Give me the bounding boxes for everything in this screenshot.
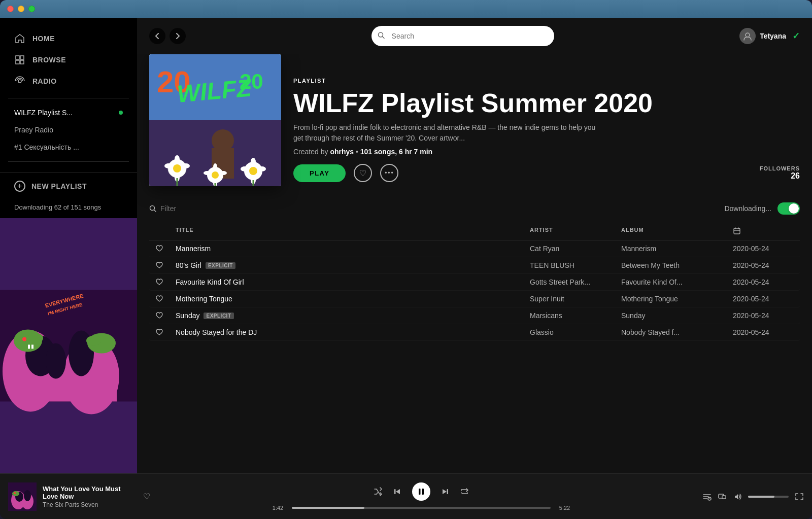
track-like-button[interactable] — [155, 328, 176, 336]
username-label: Tetyana — [760, 32, 786, 40]
track-title-cell: Nobody Stayed for the DJ — [176, 328, 530, 336]
track-row[interactable]: Nobody Stayed for the DJGlassioNobody St… — [149, 324, 800, 341]
sidebar-radio-label: Radio — [32, 77, 57, 85]
radio-icon — [14, 76, 25, 87]
sidebar-album-art: EVERYWHERE I'M RIGHT HERE — [0, 218, 137, 473]
svg-point-45 — [241, 166, 249, 171]
track-title: Sunday — [176, 312, 199, 320]
track-title: Mothering Tongue — [176, 295, 232, 303]
sidebar-divider-2 — [8, 161, 129, 162]
track-row[interactable]: MannerismCat RyanMannerism2020-05-24 — [149, 240, 800, 257]
sidebar-item-home[interactable]: Home — [8, 28, 129, 49]
download-status-text: Downloading 62 of 151 songs — [0, 197, 137, 218]
playlist-name-praey: Praey Radio — [14, 126, 53, 134]
svg-rect-16 — [31, 345, 33, 349]
svg-point-70 — [724, 496, 724, 497]
svg-point-18 — [86, 336, 101, 346]
heart-button[interactable]: ♡ — [354, 164, 372, 182]
now-playing-artist: The Six Parts Seven — [43, 501, 133, 508]
user-menu[interactable]: Tetyana ✓ — [739, 28, 800, 44]
playlist-description: From lo-fi pop and indie folk to electro… — [293, 122, 598, 144]
toggle-knob — [789, 203, 799, 214]
track-like-button[interactable] — [155, 295, 176, 303]
volume-fill — [748, 496, 774, 498]
more-options-button[interactable]: ••• — [380, 164, 398, 182]
col-title: TITLE — [176, 227, 530, 236]
devices-button[interactable] — [718, 492, 727, 501]
track-row[interactable]: 80's GirlEXPLICITTEEN BLUSHBetween My Te… — [149, 257, 800, 274]
svg-point-38 — [212, 171, 219, 179]
download-toggle[interactable] — [777, 202, 800, 215]
track-like-button[interactable] — [155, 312, 176, 320]
followers-label: FOLLOWERS — [760, 165, 800, 171]
play-pause-button[interactable] — [412, 482, 430, 501]
track-row[interactable]: SundayEXPLICITMarsicansSunday2020-05-24 — [149, 307, 800, 324]
svg-rect-61 — [394, 489, 396, 494]
fullscreen-button[interactable] — [28, 6, 35, 12]
followers-count: 26 — [760, 171, 800, 181]
volume-bar[interactable] — [748, 496, 789, 498]
sidebar-item-top1[interactable]: #1 Сексуальність ... — [8, 139, 129, 155]
repeat-button[interactable] — [460, 487, 469, 496]
app-body: Home Browse — [0, 18, 812, 473]
svg-rect-62 — [419, 489, 421, 495]
progress-bar-container: 1:42 5:22 — [269, 505, 573, 511]
forward-button[interactable] — [170, 28, 186, 44]
close-button[interactable] — [7, 6, 14, 12]
now-playing-track-name: What You Love You Must Love Now — [43, 485, 133, 500]
filter-input[interactable] — [160, 204, 249, 213]
track-title: Nobody Stayed for the DJ — [176, 328, 257, 336]
track-title-cell: Mothering Tongue — [176, 295, 530, 303]
svg-point-69 — [724, 498, 725, 499]
previous-button[interactable] — [393, 487, 402, 496]
playlist-name-wilfz: WILFZ Playlist S... — [14, 109, 73, 117]
playlist-actions: PLAY ♡ ••• FOLLOWERS 26 — [293, 164, 800, 182]
track-title: 80's Girl — [176, 261, 201, 269]
svg-rect-64 — [447, 489, 449, 494]
svg-point-35 — [175, 155, 180, 163]
sidebar: Home Browse — [0, 18, 137, 473]
track-row[interactable]: Mothering TongueSuper InuitMothering Ton… — [149, 291, 800, 307]
sidebar-item-radio[interactable]: Radio — [8, 71, 129, 92]
progress-track[interactable] — [292, 507, 551, 509]
track-date: 2020-05-24 — [733, 295, 794, 303]
now-playing-heart-button[interactable]: ♡ — [143, 492, 150, 501]
main-content: Tetyana ✓ 20 — [137, 18, 812, 473]
sidebar-item-praey-radio[interactable]: Praey Radio — [8, 122, 129, 138]
user-avatar-icon — [739, 28, 756, 44]
shuffle-button[interactable] — [374, 487, 383, 496]
now-playing-album-art — [8, 482, 37, 511]
search-input[interactable] — [371, 26, 554, 46]
col-like — [155, 227, 176, 236]
sidebar-item-browse[interactable]: Browse — [8, 49, 129, 71]
sidebar-art-svg: EVERYWHERE I'M RIGHT HERE — [0, 218, 137, 473]
track-date: 2020-05-24 — [733, 278, 794, 286]
queue-button[interactable] — [702, 492, 712, 501]
next-button[interactable] — [441, 487, 450, 496]
track-row[interactable]: Favourite Kind Of GirlGotts Street Park.… — [149, 274, 800, 291]
playlist-info: PLAYLIST WILFZ Playlist Summer 2020 From… — [293, 78, 800, 186]
play-button[interactable]: PLAY — [293, 164, 346, 182]
playlist-creator[interactable]: ohrhys — [330, 148, 354, 156]
track-like-button[interactable] — [155, 245, 176, 253]
track-like-button[interactable] — [155, 278, 176, 286]
search-icon — [378, 32, 385, 41]
svg-rect-53 — [734, 228, 740, 234]
new-playlist-button[interactable]: + New Playlist — [0, 172, 137, 197]
followers-info: FOLLOWERS 26 — [760, 165, 800, 181]
top-bar: Tetyana ✓ — [137, 18, 812, 54]
minimize-button[interactable] — [18, 6, 24, 12]
back-button[interactable] — [149, 28, 165, 44]
sidebar-divider-1 — [8, 98, 129, 98]
track-title: Favourite Kind Of Girl — [176, 278, 244, 286]
playlist-meta: Created by ohrhys • 101 songs, 6 hr 7 mi… — [293, 148, 800, 156]
sidebar-item-wilfz-playlist[interactable]: WILFZ Playlist S... — [8, 105, 129, 121]
explicit-badge: EXPLICIT — [206, 262, 235, 269]
sidebar-browse-label: Browse — [32, 56, 66, 64]
playlist-header: 20 WILFZ 20 — [137, 54, 812, 198]
volume-button[interactable] — [733, 492, 742, 501]
svg-point-40 — [220, 171, 227, 175]
track-like-button[interactable] — [155, 261, 176, 269]
fullscreen-toggle-button[interactable] — [795, 492, 804, 501]
app: Home Browse — [0, 18, 812, 519]
